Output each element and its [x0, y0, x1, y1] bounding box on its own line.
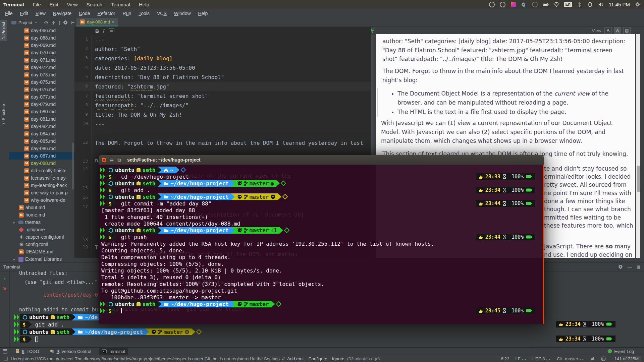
gear-icon[interactable] — [635, 1, 641, 7]
minimize-icon[interactable]: — — [628, 264, 632, 269]
ide-menu-vcs[interactable]: VCS — [154, 10, 170, 17]
session-circle-icon[interactable] — [532, 1, 538, 7]
topbar-menu-edit[interactable]: Edit — [50, 2, 58, 7]
view-preview-button[interactable]: ▤ — [623, 27, 631, 34]
tree-item[interactable]: Mabout.md — [9, 204, 74, 211]
tree-item[interactable]: Mday-066.md — [9, 27, 74, 34]
encoding-widget[interactable]: UTF-8▲▼ — [533, 356, 551, 361]
tree-chevron-icon[interactable]: ▸ — [13, 257, 17, 261]
tab-day-088[interactable]: M day-088.md × — [76, 18, 118, 26]
close-icon[interactable]: ✕ — [3, 286, 7, 292]
tree-item[interactable]: Mday-080.md — [9, 108, 74, 115]
tree-item[interactable]: Mday-088.md — [9, 160, 74, 167]
sidebar-item-structure[interactable]: 7: Structure — [0, 102, 7, 127]
sync-scroll-icon[interactable]: ≫ — [370, 28, 375, 33]
tool-window-switcher-icon[interactable] — [3, 349, 7, 354]
tree-item[interactable]: ▸themes — [9, 219, 74, 226]
hector-icon[interactable] — [601, 356, 606, 361]
topbar-menu-terminal[interactable]: Terminal — [111, 2, 130, 7]
ide-menu-view[interactable]: View — [33, 10, 49, 17]
project-panel-toolbar[interactable]: | — [44, 20, 75, 25]
tree-item[interactable]: Mday-075.md — [9, 78, 74, 86]
terminal-command-row[interactable]: $git add . — [14, 321, 64, 328]
terminal-scrollbar[interactable] — [543, 165, 544, 324]
status-action-ignore[interactable]: Ignore — [332, 356, 344, 361]
layout-icon[interactable]: ▦ — [637, 264, 641, 269]
topbar-menu-view[interactable]: View — [67, 2, 77, 7]
tree-item[interactable]: Mday-070.md — [9, 49, 74, 56]
toolwindow-button-6-todo[interactable]: 6: TODO — [12, 348, 42, 355]
terminal-title-bar[interactable]: ✕ — ▢ seth@seth-u: ~/dev/hugo-project — [99, 155, 544, 165]
toolwindow-button-9-version-control[interactable]: 9: Version Control — [47, 348, 94, 355]
lock-icon[interactable] — [590, 356, 595, 361]
ide-menu-navigate[interactable]: Navigate — [50, 10, 74, 17]
italic-button[interactable]: I — [103, 28, 105, 34]
terminal-command-row[interactable]: $git push23:44100% — [100, 234, 544, 240]
tree-item[interactable]: Mday-082.md — [9, 123, 74, 130]
gnome-terminal-window[interactable]: ✕ — ▢ seth@seth-u: ~/dev/hugo-project ub… — [99, 155, 544, 324]
topbar-menu-terminal-app[interactable]: Terminal — [3, 2, 24, 7]
window-minimize-button[interactable]: — — [109, 157, 114, 163]
tree-item[interactable]: Mday-084.md — [9, 130, 74, 137]
project-tree-scrollbar[interactable] — [72, 142, 74, 189]
ide-menu-help[interactable]: Help — [195, 10, 211, 17]
ide-menu-run[interactable]: Run — [120, 10, 135, 17]
ide-menu-tools[interactable]: Tools — [136, 10, 153, 17]
tree-item[interactable]: Mday-087.md — [9, 152, 74, 160]
volume-icon[interactable] — [598, 1, 604, 7]
terminal-body[interactable]: ubuntuseth~$cd ~/dev/hugo-project23:3310… — [99, 165, 544, 324]
git-branch-widget[interactable]: Git: master▲▼ — [557, 356, 584, 361]
terminal-tool-actions[interactable]: —▦ — [618, 264, 641, 269]
ide-menu-file[interactable]: File — [2, 10, 16, 17]
clock[interactable]: 11:45 PM — [609, 2, 630, 7]
intellij-icon[interactable] — [511, 1, 517, 7]
terminal-command-row[interactable]: $ — [14, 336, 38, 343]
view-editor-button[interactable]: A — [604, 27, 612, 34]
tab-close-icon[interactable]: × — [112, 19, 115, 24]
tree-item[interactable]: Mday-086.md — [9, 145, 74, 152]
tree-item[interactable]: Mday-085.md — [9, 137, 74, 145]
ide-menu-code[interactable]: Code — [76, 10, 93, 17]
tree-item[interactable]: Mfccnashville-may- — [9, 174, 74, 182]
project-panel-title[interactable]: Project — [18, 20, 32, 25]
tree-item[interactable]: Mday-073.md — [9, 71, 74, 78]
preview-scrollbar-thumb[interactable] — [637, 166, 640, 192]
topbar-menu-search[interactable]: Search — [87, 2, 103, 7]
tree-chevron-icon[interactable]: ▸ — [13, 221, 17, 224]
status-action-configure[interactable]: Configure — [308, 356, 327, 361]
tree-item[interactable]: Mday-079.md — [9, 101, 74, 108]
mouse-icon[interactable] — [587, 1, 593, 7]
tree-item[interactable]: Mday-077.md — [9, 93, 74, 101]
window-close-button[interactable]: ✕ — [101, 157, 107, 163]
event-log-button[interactable]: 1 Event Log — [607, 349, 634, 354]
add-icon[interactable]: + — [3, 276, 6, 282]
tree-item[interactable]: Mday-069.md — [9, 42, 74, 49]
line-separator-widget[interactable]: LF▲▼ — [516, 356, 527, 361]
tree-item[interactable]: Mday-072.md — [9, 64, 74, 71]
ide-menu-edit[interactable]: Edit — [17, 10, 31, 17]
view-split-button[interactable]: A — [614, 27, 621, 34]
tree-item[interactable]: MREADME.md — [9, 248, 74, 255]
status-message[interactable]: Unregistered VCS root detected: The dire… — [0, 356, 380, 361]
tree-item[interactable]: Mday-076.md — [9, 86, 74, 93]
keyboard-layout-indicator[interactable]: En — [564, 2, 572, 7]
project-tree[interactable]: Mday-066.mdMday-068.mdMday-069.mdMday-07… — [9, 27, 74, 262]
tree-item[interactable]: Mdid-i-really-finish- — [9, 167, 74, 174]
topbar-menu-help[interactable]: Help — [139, 2, 149, 7]
ide-menu-refactor[interactable]: Refactor — [95, 10, 118, 17]
toolwindow-button-terminal[interactable]: Terminal — [99, 348, 128, 355]
terminal-command-row[interactable]: $git commit -m "added day 88"23:44100% — [100, 200, 544, 207]
tree-item[interactable]: .gitignore — [9, 226, 74, 233]
project-panel-header[interactable]: Project ▼ | — [9, 18, 74, 27]
markdown-extra-button[interactable]: m — [109, 28, 114, 33]
sidebar-item-project[interactable]: 1: Project — [0, 20, 7, 41]
memory-indicator[interactable]: 141 of 725M — [612, 356, 641, 362]
wifi-icon[interactable] — [553, 1, 559, 7]
app-circle-icon[interactable] — [489, 1, 495, 7]
window-maximize-button[interactable]: ▢ — [117, 157, 122, 163]
tree-item[interactable]: ▸External Libraries — [9, 255, 74, 262]
gear-blue-dot-icon[interactable] — [521, 1, 527, 7]
bold-button[interactable]: B — [95, 28, 99, 34]
tree-item[interactable]: Mwhy-software-de — [9, 196, 74, 204]
terminal-command-row[interactable]: $git add .23:34100% — [100, 187, 544, 193]
